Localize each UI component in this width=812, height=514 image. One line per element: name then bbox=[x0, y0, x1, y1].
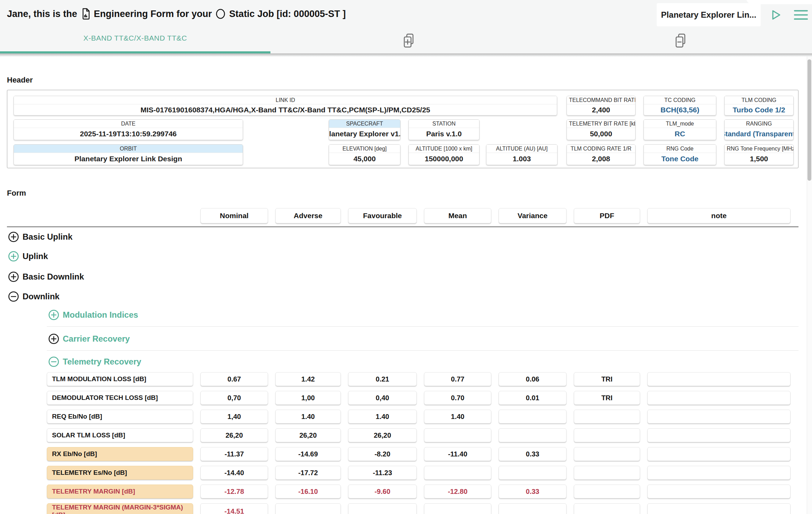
field-link-id-value[interactable]: MIS-01761901608374,HGA/HGA,X-Band TT&C/X… bbox=[14, 104, 557, 115]
cell-nominal[interactable]: -11.37 bbox=[200, 447, 268, 461]
cell-mean[interactable] bbox=[424, 466, 491, 480]
field-telemetry-bit-rate-value[interactable]: 50,000 bbox=[567, 128, 635, 140]
row-label: TELEMETRY MARGIN (MARGIN-3*SIGMA) [dB] bbox=[47, 503, 193, 514]
telemetry-recovery-rows: TLM MODULATION LOSS [dB] 0.67 1.42 0.21 … bbox=[47, 372, 794, 514]
cell-pdf[interactable] bbox=[574, 466, 640, 480]
section-basic-uplink[interactable]: Basic Uplink bbox=[8, 231, 72, 243]
field-station-value[interactable]: Paris v.1.0 bbox=[409, 128, 479, 140]
cell-nominal[interactable]: 1,40 bbox=[200, 410, 268, 423]
tab-xband-ttc[interactable]: X-BAND TT&C/X-BAND TT&C bbox=[0, 34, 270, 42]
field-date-value[interactable]: 2025-11-19T13:10:59.299746 bbox=[14, 128, 243, 140]
cell-nominal[interactable]: -14.40 bbox=[200, 466, 268, 480]
cell-adverse[interactable]: 1,00 bbox=[275, 391, 341, 405]
run-job-button[interactable] bbox=[769, 8, 782, 22]
field-rng-tone-frequency-value[interactable]: 1,500 bbox=[725, 153, 793, 165]
field-spacecraft-value[interactable]: Planetary Explorer v1.0 bbox=[329, 128, 400, 140]
field-tc-coding-value[interactable]: BCH(63,56) bbox=[644, 104, 716, 115]
cell-variance[interactable] bbox=[499, 410, 567, 423]
field-altitude-value[interactable]: 150000,000 bbox=[409, 153, 479, 165]
field-rng-code-value[interactable]: Tone Code bbox=[644, 153, 716, 165]
cell-adverse[interactable] bbox=[275, 503, 341, 514]
cell-note[interactable] bbox=[647, 410, 791, 423]
cell-favourable[interactable]: -8.20 bbox=[348, 447, 417, 461]
cell-adverse[interactable]: 1.40 bbox=[275, 410, 341, 423]
cell-pdf[interactable]: TRI bbox=[574, 372, 640, 386]
section-downlink[interactable]: Downlink bbox=[8, 290, 60, 303]
cell-mean[interactable] bbox=[424, 503, 491, 514]
cell-mean[interactable]: 0.70 bbox=[424, 391, 491, 405]
cell-pdf[interactable] bbox=[574, 410, 640, 423]
expand-plus-icon[interactable] bbox=[8, 231, 19, 242]
cell-nominal[interactable]: 26,20 bbox=[200, 428, 268, 442]
field-telecommand-bit-rate-value[interactable]: 2,400 bbox=[567, 104, 635, 115]
cell-variance[interactable]: 0.01 bbox=[499, 391, 567, 405]
cell-adverse[interactable]: -17.72 bbox=[275, 466, 341, 480]
collapse-minus-icon[interactable] bbox=[8, 291, 19, 302]
cell-mean[interactable]: 0.77 bbox=[424, 372, 491, 386]
cell-variance[interactable]: 0.33 bbox=[499, 447, 567, 461]
expand-plus-icon[interactable] bbox=[48, 333, 59, 344]
add-tab-button[interactable] bbox=[401, 33, 416, 49]
cell-nominal[interactable]: -14.51 bbox=[200, 503, 268, 514]
cell-mean[interactable]: 1.40 bbox=[424, 410, 491, 423]
cell-pdf[interactable] bbox=[574, 428, 640, 442]
cell-adverse[interactable]: 1.42 bbox=[275, 372, 341, 386]
scrollbar-thumb[interactable] bbox=[807, 59, 811, 181]
subsection-modulation-indices[interactable]: Modulation Indices bbox=[48, 309, 138, 321]
cell-note[interactable] bbox=[647, 391, 791, 405]
cell-note[interactable] bbox=[647, 428, 791, 442]
cell-adverse[interactable]: -14.69 bbox=[275, 447, 341, 461]
section-uplink[interactable]: Uplink bbox=[8, 250, 48, 263]
cell-favourable[interactable]: 1.40 bbox=[348, 410, 417, 423]
cell-nominal[interactable]: 0,70 bbox=[200, 391, 268, 405]
cell-note[interactable] bbox=[647, 485, 791, 498]
cell-variance[interactable]: 0.06 bbox=[499, 372, 567, 386]
subsection-telemetry-recovery-label: Telemetry Recovery bbox=[63, 357, 141, 367]
cell-note[interactable] bbox=[647, 503, 791, 514]
cell-note[interactable] bbox=[647, 447, 791, 461]
cell-favourable[interactable] bbox=[348, 503, 417, 514]
cell-favourable[interactable]: 26,20 bbox=[348, 428, 417, 442]
cell-variance[interactable] bbox=[499, 428, 567, 442]
cell-pdf[interactable] bbox=[574, 447, 640, 461]
cell-favourable[interactable]: 0.21 bbox=[348, 372, 417, 386]
subsection-telemetry-recovery[interactable]: Telemetry Recovery bbox=[48, 355, 141, 368]
cell-favourable[interactable]: -9.60 bbox=[348, 485, 417, 498]
field-altitude-au-value[interactable]: 1.003 bbox=[486, 153, 557, 165]
field-rng-code: RNG Code Tone Code bbox=[643, 144, 716, 165]
field-ranging-value[interactable]: Standard (Transparent) bbox=[725, 128, 793, 140]
field-tc-coding-label: TC CODING bbox=[644, 96, 716, 104]
section-basic-downlink[interactable]: Basic Downlink bbox=[8, 271, 84, 283]
field-tlm-coding-value[interactable]: Turbo Code 1/2 bbox=[725, 104, 793, 115]
cell-note[interactable] bbox=[647, 466, 791, 480]
field-tlm-coding-rate-value[interactable]: 2,008 bbox=[567, 153, 635, 165]
cell-favourable[interactable]: 0,40 bbox=[348, 391, 417, 405]
cell-nominal[interactable]: -12.78 bbox=[200, 485, 268, 498]
expand-plus-icon[interactable] bbox=[8, 251, 19, 262]
expand-plus-icon[interactable] bbox=[8, 271, 19, 282]
remove-tab-button[interactable] bbox=[673, 33, 688, 49]
menu-button[interactable] bbox=[793, 9, 809, 21]
job-name-button[interactable]: Planetary Explorer Lin... bbox=[657, 3, 761, 26]
cell-mean[interactable]: -12.80 bbox=[424, 485, 491, 498]
cell-pdf[interactable] bbox=[574, 485, 640, 498]
collapse-minus-icon[interactable] bbox=[48, 356, 59, 367]
cell-note[interactable] bbox=[647, 372, 791, 386]
cell-mean[interactable]: -11.40 bbox=[424, 447, 491, 461]
cell-mean[interactable] bbox=[424, 428, 491, 442]
field-elevation-value[interactable]: 45,000 bbox=[329, 153, 400, 165]
subsection-carrier-recovery[interactable]: Carrier Recovery bbox=[48, 333, 130, 345]
field-tlm-mode-value[interactable]: RC bbox=[644, 128, 716, 140]
cell-variance[interactable] bbox=[499, 503, 567, 514]
cell-favourable[interactable]: -11.23 bbox=[348, 466, 417, 480]
expand-plus-icon[interactable] bbox=[48, 309, 59, 320]
row-label: RX Eb/No [dB] bbox=[47, 447, 193, 461]
cell-adverse[interactable]: -16.10 bbox=[275, 485, 341, 498]
cell-adverse[interactable]: 26,20 bbox=[275, 428, 341, 442]
cell-variance[interactable] bbox=[499, 466, 567, 480]
cell-variance[interactable]: 0.33 bbox=[499, 485, 567, 498]
cell-pdf[interactable]: TRI bbox=[574, 391, 640, 405]
cell-nominal[interactable]: 0.67 bbox=[200, 372, 268, 386]
field-orbit-value[interactable]: Planetary Explorer Link Design bbox=[14, 153, 243, 165]
cell-pdf[interactable] bbox=[574, 503, 640, 514]
